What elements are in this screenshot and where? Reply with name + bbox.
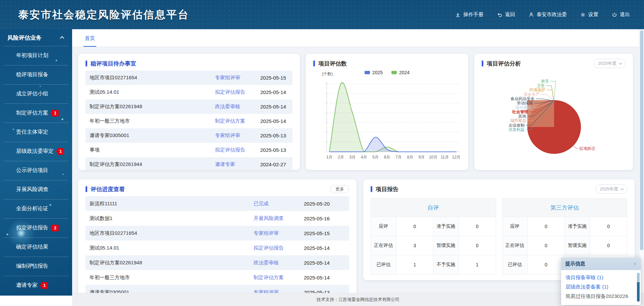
header-menu-undo[interactable]: 返回 xyxy=(497,11,515,18)
svg-text:企业改制: 企业改制 xyxy=(508,123,525,128)
sidebar-item[interactable]: 拟定评估报告2 xyxy=(0,218,72,237)
svg-text:城乡建设: 城乡建设 xyxy=(515,105,531,110)
header-menu-power[interactable]: 退出 xyxy=(612,11,630,18)
sidebar-item[interactable]: 开展风险调查 xyxy=(0,180,72,199)
sidebar-item-label: 制定评估方案 xyxy=(16,110,48,117)
sidebar-item[interactable]: 年初项目计划 xyxy=(0,46,72,65)
status-link[interactable]: 专家组评审 xyxy=(254,230,304,236)
sidebar-item[interactable]: 确定评估结果 xyxy=(0,237,72,257)
status-link[interactable]: 拟定评估报告 xyxy=(215,147,260,153)
metric-value: 0 xyxy=(528,255,565,274)
svg-text:涉农利益: 涉农利益 xyxy=(508,127,525,132)
legend-2025[interactable]: 2025 xyxy=(365,70,383,75)
power-icon xyxy=(612,12,617,17)
menu-item-label: 设置 xyxy=(588,11,598,18)
svg-text:3月: 3月 xyxy=(349,155,356,160)
header-menu-download[interactable]: 操作手册 xyxy=(455,11,483,18)
menu-item-label: 退出 xyxy=(620,11,630,18)
sidebar-item[interactable]: 编制评估报告 xyxy=(0,257,72,276)
status-link[interactable]: 专家组评审 xyxy=(215,75,260,81)
status-link[interactable]: 拟定评估报告 xyxy=(254,245,304,251)
metric-label: 正在评估 xyxy=(371,236,396,255)
sidebar-item[interactable]: 公示评估项目 xyxy=(0,161,72,180)
sidebar-item-label: 公示评估项目 xyxy=(16,167,48,174)
list-item: 事项拟定评估报告2025-05-13 xyxy=(86,143,292,157)
list-item: 年初一般三方地市制定评估方案2025-05-14 xyxy=(86,114,292,128)
title-bar-icon xyxy=(86,60,87,67)
title-bar-icon xyxy=(86,186,87,192)
y-axis-unit: (个数) xyxy=(322,71,333,77)
sidebar-item[interactable]: 责任主体审定 xyxy=(0,123,72,142)
notification-badge: 1 xyxy=(57,148,64,155)
notification-badge: 1 xyxy=(41,282,48,289)
svg-text:安全生产: 安全生产 xyxy=(524,92,540,97)
metric-value: 0 xyxy=(528,236,565,255)
toast-body: 项目报备审核 (1)层级政法委备案 (1)简易过往项目报备20230226 xyxy=(561,270,641,305)
date-value: 2025-05-20 xyxy=(304,201,345,207)
status-link[interactable]: 开展风险调查 xyxy=(254,215,304,222)
main-area: 首页 稳评项目待办事宜 地区市项目02271654专家组评审2025-05-15… xyxy=(72,29,639,306)
status-link[interactable]: 制定评估方案 xyxy=(254,274,304,281)
list-item: 邀请专家0305001专家组评审2025-05-13 xyxy=(86,128,292,143)
card-eval-count: 项目评估数 (个数) 20252024 1月2月3月4月5月6月7月8月9月10… xyxy=(306,54,468,170)
svg-text:征地拆迁: 征地拆迁 xyxy=(579,146,595,151)
metric-label: 准予实施 xyxy=(433,217,459,236)
report-card-title: 项目报告 xyxy=(376,185,398,193)
sidebar-item-label: 全面分析论证 xyxy=(16,205,48,212)
legend-2024[interactable]: 2024 xyxy=(391,70,410,75)
toast-scrollbar[interactable] xyxy=(637,273,640,302)
analysis-year-select[interactable]: 2025年度 xyxy=(594,59,626,68)
sidebar-item-label: 年初项目计划 xyxy=(16,52,48,59)
status-link[interactable]: 拟定评估报告 xyxy=(215,89,260,95)
toast-link[interactable]: 项目报备审核 (1) xyxy=(566,273,635,282)
tab-home[interactable]: 首页 xyxy=(84,35,96,47)
status-link[interactable]: 专家组评审 xyxy=(215,132,260,139)
status-link[interactable]: 制定评估方案 xyxy=(215,118,260,124)
list-item: 制定评估方案02261948政法委审核2025-05-14 xyxy=(86,99,292,114)
sidebar-group-risk-assessment[interactable]: 风险评估业务 xyxy=(0,29,72,46)
project-name: 年初一般三方地市 xyxy=(90,274,254,281)
metric-label: 暂缓实施 xyxy=(565,236,590,255)
status-link[interactable]: 政法委审核 xyxy=(254,260,304,266)
header-menu-gear[interactable]: 设置 xyxy=(580,11,598,18)
metric-value: 3 xyxy=(396,236,433,255)
report-year-select[interactable]: 2025年度 xyxy=(595,184,627,194)
sidebar-item[interactable]: 层级政法委审定1 xyxy=(0,142,72,161)
sidebar-item-label: 邀请专家 xyxy=(16,282,38,289)
svg-text:12月: 12月 xyxy=(452,155,461,160)
sidebar-item[interactable]: 制定评估方案1 xyxy=(0,103,72,123)
close-icon[interactable]: × xyxy=(633,261,637,267)
metric-value: 0 xyxy=(459,236,496,255)
sidebar-item[interactable]: 成立评估小组 xyxy=(0,84,72,103)
sidebar-item[interactable]: 邀请专家1 xyxy=(0,276,72,295)
list-item: 测试05.14.01拟定评估报告2025-05-14 xyxy=(86,85,292,99)
project-name: 测试05.14.01 xyxy=(90,89,215,95)
status-link[interactable]: 邀请专家 xyxy=(215,161,260,168)
chevron-down-icon xyxy=(621,187,624,190)
project-name: 邀请专家0305001 xyxy=(90,132,215,139)
list-item: 制定评估方案02261944邀请专家2024-02-27 xyxy=(86,157,292,170)
sidebar-item[interactable]: 稳评项目报备 xyxy=(0,65,72,84)
more-button[interactable]: 更多 xyxy=(330,185,349,193)
metric-label: 准予实施 xyxy=(565,217,590,236)
status-link[interactable]: 政法委审核 xyxy=(215,103,260,110)
sidebar-item-label: 开展风险调查 xyxy=(16,186,48,193)
legend-swatch xyxy=(391,71,397,74)
date-value: 2025-05-14 xyxy=(304,275,345,280)
metric-value: 0 xyxy=(528,217,565,236)
title-bar-icon xyxy=(371,186,372,192)
project-name: 事项 xyxy=(90,147,215,153)
sidebar-item[interactable]: 全面分析论证 xyxy=(0,199,72,218)
project-name: 制定评估方案02261948 xyxy=(90,103,215,110)
progress-card-title: 评估进度查看 xyxy=(91,185,125,193)
progress-list: 新流程11111已完成2025-05-20测试数据1开展风险调查2025-05-… xyxy=(86,196,349,298)
header-menu-user[interactable]: 泰安市政法委 xyxy=(529,11,567,18)
toast-link[interactable]: 层级政法委备案 (1) xyxy=(566,282,635,292)
scrollbar-thumb[interactable] xyxy=(640,30,643,250)
metric-value: 0 xyxy=(396,217,433,236)
date-value: 2025-05-14 xyxy=(260,118,288,124)
metric-label: 应评 xyxy=(371,217,396,236)
tab-bar: 首页 xyxy=(72,29,639,47)
date-value: 2025-05-14 xyxy=(260,104,288,110)
status-link[interactable]: 已完成 xyxy=(254,201,304,207)
